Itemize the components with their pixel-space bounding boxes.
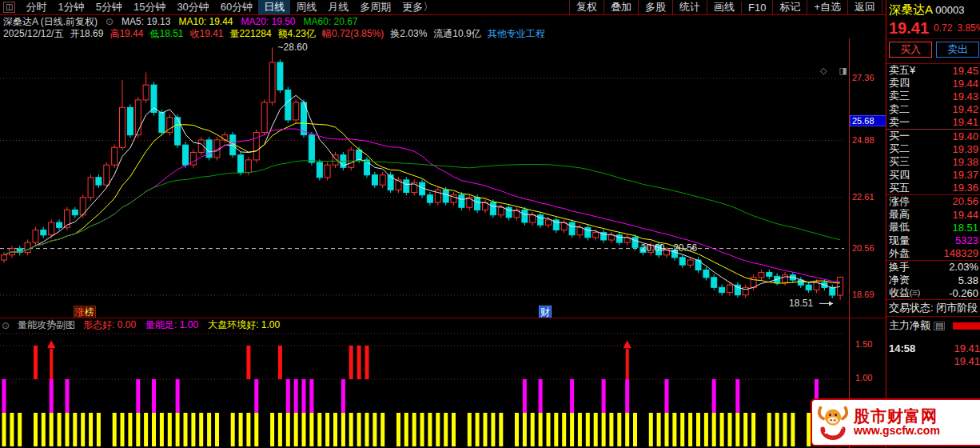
asks-row-卖四[interactable]: 卖四19.44 xyxy=(886,77,980,90)
candlestick-chart: ~28.6020.60 - 20.5618.51 xyxy=(0,38,849,318)
menu-item-返回[interactable]: 返回 xyxy=(847,0,882,14)
candle-up xyxy=(687,260,693,265)
indicator-axis-label-1.00: 1.00 xyxy=(855,373,872,382)
annotation-arrowhead xyxy=(829,301,833,306)
candle-down xyxy=(506,207,512,218)
signal-bar-magenta xyxy=(523,379,527,413)
menu-item-多周期[interactable]: 多周期 xyxy=(354,0,396,14)
signal-bar-yellow xyxy=(246,413,250,446)
collapse-icon[interactable]: ⊙ xyxy=(2,320,10,331)
signal-bar-yellow xyxy=(294,413,298,446)
candle-down xyxy=(238,155,244,173)
menu-item-日线[interactable]: 日线 xyxy=(258,0,290,14)
row-label: 卖一 xyxy=(889,116,910,129)
panel-price-row: 19.41 0.72 3.85% xyxy=(886,18,980,39)
menu-item-画线[interactable]: 画线 xyxy=(707,0,741,14)
bids-row-买四[interactable]: 买四19.37 xyxy=(886,169,980,182)
signal-bar-yellow xyxy=(404,413,408,446)
main-flow-label: 主力净额 xyxy=(889,318,930,333)
menu-item-标记[interactable]: 标记 xyxy=(772,0,807,14)
menu-item-30分钟[interactable]: 30分钟 xyxy=(171,0,214,14)
candle-up xyxy=(293,102,299,120)
signal-bar-yellow xyxy=(176,413,180,446)
candle-up xyxy=(530,215,536,222)
signal-bar-yellow xyxy=(468,413,472,446)
window-layout-icon[interactable]: ◫ xyxy=(3,2,15,13)
tag-char: 榜 xyxy=(85,306,94,318)
sell-button[interactable]: 卖出 xyxy=(936,42,979,58)
asks-row-卖一[interactable]: 卖一19.41 xyxy=(886,116,980,129)
menu-item-月线[interactable]: 月线 xyxy=(322,0,354,14)
list-icon[interactable]: ▤ xyxy=(934,322,945,330)
collapse-icon[interactable]: ⊙ xyxy=(106,16,114,27)
indicator-axis-label-1.50: 1.50 xyxy=(855,339,872,349)
menu-item-60分钟[interactable]: 60分钟 xyxy=(215,0,258,14)
watermark-title: 股市财富网 xyxy=(854,408,940,425)
last-price: 19.41 xyxy=(889,19,929,38)
menu-item-周线[interactable]: 周线 xyxy=(290,0,322,14)
asks-row-卖三[interactable]: 卖三19.43 xyxy=(886,90,980,102)
candle-down xyxy=(459,195,464,208)
menu-item-统计[interactable]: 统计 xyxy=(672,0,707,14)
event-tag-财[interactable]: 财 xyxy=(539,306,552,318)
axis-label-27.36: 27.36 xyxy=(852,73,886,82)
asks-row-卖二[interactable]: 卖二19.42 xyxy=(886,103,980,116)
signal-bar-yellow xyxy=(81,413,85,446)
stats-block-2: 换手2.03%净资5.38收益㈢-0.260 xyxy=(886,260,980,300)
candle-down xyxy=(309,135,314,162)
row-value: 19.40 xyxy=(952,130,978,142)
menu-item-15分钟[interactable]: 15分钟 xyxy=(128,0,171,14)
candle-up xyxy=(325,165,330,178)
bids-row-买二[interactable]: 买二19.39 xyxy=(886,142,980,155)
row-value: 18.51 xyxy=(952,222,978,234)
candle-down xyxy=(703,270,709,278)
menu-item-复权[interactable]: 复权 xyxy=(569,0,604,14)
chart-tool-icons[interactable]: ◇ ◨ xyxy=(820,66,852,76)
menu-item-分时[interactable]: 分时 xyxy=(20,0,52,14)
signal-bar-yellow xyxy=(18,413,22,446)
axis-label-22.61: 22.61 xyxy=(852,192,886,202)
signal-bar-yellow xyxy=(688,413,692,446)
menu-item-+自选[interactable]: +自选 xyxy=(807,0,847,14)
signal-bar-yellow xyxy=(184,413,188,446)
signal-bar-yellow xyxy=(121,413,125,446)
bids-row-买三[interactable]: 买三19.38 xyxy=(886,155,980,168)
signal-bar-yellow xyxy=(357,413,361,446)
menu-item-更多〉[interactable]: 更多〉 xyxy=(396,0,439,14)
stock-name: 深桑达A xyxy=(3,16,38,27)
menu-item-1分钟[interactable]: 1分钟 xyxy=(52,0,90,14)
trade-status: 交易状态: 闭市阶段 xyxy=(886,299,980,316)
signal-bar-yellow xyxy=(136,413,140,446)
signal-bar-yellow xyxy=(452,413,456,446)
row-label: 收益㈢ xyxy=(889,286,920,299)
tick-price-2: 19.41 xyxy=(886,355,980,368)
bids-row-买五[interactable]: 买五19.36 xyxy=(886,182,980,194)
candle-up xyxy=(349,150,354,167)
menu-item-多股[interactable]: 多股 xyxy=(638,0,672,14)
row-value: 19.36 xyxy=(952,182,978,194)
tools-menu: 复权叠加多股统计画线F10标记+自选返回 xyxy=(569,0,882,14)
bids-row-买一[interactable]: 买一19.40 xyxy=(886,130,980,142)
candle-down xyxy=(569,222,575,235)
row-label: 买四 xyxy=(889,169,910,182)
signal-bar-yellow xyxy=(73,413,77,446)
main-flow-row: 主力净额 ▤ xyxy=(886,316,980,334)
menu-item-叠加[interactable]: 叠加 xyxy=(604,0,638,14)
signal-bar-magenta xyxy=(2,379,6,413)
candle-up xyxy=(33,230,38,243)
signal-bar-magenta xyxy=(625,379,629,413)
candle-down xyxy=(830,287,835,295)
menu-item-5分钟[interactable]: 5分钟 xyxy=(90,0,128,14)
row-label: 卖五¥ xyxy=(889,64,915,77)
asks-row-卖五¥[interactable]: 卖五¥19.45 xyxy=(886,64,980,77)
candle-up xyxy=(577,227,583,234)
candle-down xyxy=(317,162,322,178)
stats1-row-现量: 现量5323 xyxy=(886,234,980,246)
candle-up xyxy=(88,178,94,198)
menu-item-F10[interactable]: F10 xyxy=(741,2,772,14)
signal-bar-yellow xyxy=(97,413,101,446)
signal-bar-magenta xyxy=(341,379,345,413)
buy-button[interactable]: 买入 xyxy=(889,42,932,58)
signal-bar-red xyxy=(365,346,369,379)
event-tag-涨榜[interactable]: 涨榜 xyxy=(74,306,96,318)
